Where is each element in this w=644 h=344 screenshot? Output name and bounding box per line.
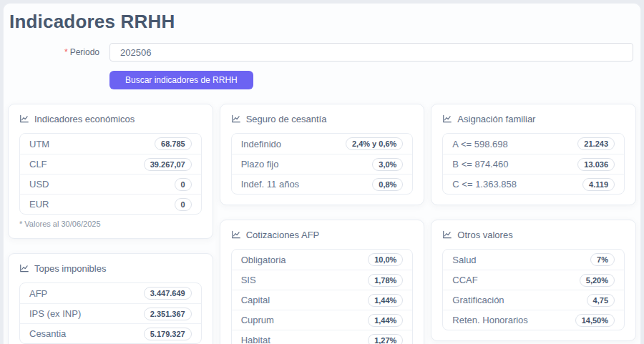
period-label-text: Periodo — [70, 47, 99, 57]
row-value-badge: 1,78% — [368, 274, 403, 287]
table-row: CCAF 5,20% — [443, 270, 624, 290]
cards-grid: Indicadores económicos UTM 68.785 CLF 39… — [8, 104, 636, 344]
chart-line-icon — [19, 114, 29, 124]
cards-column-1: Indicadores económicos UTM 68.785 CLF 39… — [8, 104, 213, 344]
row-label: Cesantia — [29, 328, 66, 339]
main-panel: Indicadores RRHH *Periodo Buscar indicad… — [3, 3, 641, 344]
row-value-badge: 3.447.649 — [144, 287, 192, 300]
row-label: AFP — [29, 288, 47, 299]
row-label: Salud — [452, 255, 476, 265]
chart-line-icon — [231, 114, 241, 124]
chart-line-icon — [19, 263, 29, 273]
table-row: EUR 0 — [20, 194, 201, 214]
row-label: Capital — [241, 295, 270, 305]
row-value-badge: 5.179.327 — [144, 328, 192, 340]
period-input[interactable] — [109, 43, 633, 62]
table-row: SIS 1,78% — [232, 270, 413, 290]
table-row: Cuprum 1,44% — [232, 310, 413, 330]
row-value-badge: 2,4% y 0,6% — [346, 137, 403, 150]
period-label: *Periodo — [8, 47, 109, 57]
row-value-badge: 1,44% — [368, 294, 403, 307]
row-label: Obligatoria — [241, 255, 286, 265]
row-value-badge: 14,50% — [575, 314, 615, 327]
table-row: CLF 39.267,07 — [20, 154, 201, 174]
row-value-badge: 39.267,07 — [144, 158, 192, 171]
card-footnote: * Valores al 30/06/2025 — [19, 220, 202, 228]
indicator-card: Topes imponibles AFP 3.447.649 IPS (ex I… — [8, 253, 213, 344]
row-value-badge: 1,27% — [368, 334, 403, 344]
period-form-row: *Periodo — [8, 43, 636, 62]
table-row: A <= 598.698 21.243 — [443, 134, 624, 154]
row-label: A <= 598.698 — [452, 139, 507, 149]
search-indicators-button[interactable]: Buscar indicadores de RRHH — [109, 71, 253, 89]
table-row: USD 0 — [20, 174, 201, 194]
row-value-badge: 0,8% — [372, 178, 403, 191]
row-label: C <= 1.363.858 — [452, 179, 517, 190]
row-label: B <= 874.460 — [452, 159, 508, 169]
chart-line-icon — [231, 230, 241, 240]
row-value-badge: 1,44% — [368, 314, 403, 327]
indicator-card: Indicadores económicos UTM 68.785 CLF 39… — [8, 104, 213, 239]
row-label: Indef. 11 años — [241, 179, 299, 190]
row-value-badge: 13.036 — [577, 158, 615, 171]
row-label: Cuprum — [241, 315, 274, 325]
row-value-badge: 0 — [175, 178, 192, 191]
row-label: SIS — [241, 275, 256, 285]
table-row: Indefinido 2,4% y 0,6% — [232, 134, 413, 154]
card-title: Cotizaciones AFP — [246, 230, 320, 240]
row-value-badge: 68.785 — [155, 137, 192, 150]
card-title: Seguro de cesantía — [246, 114, 327, 124]
row-label: IPS (ex INP) — [29, 308, 81, 319]
row-label: Gratificación — [452, 295, 504, 305]
indicator-card: Asignación familiar A <= 598.698 21.243 … — [431, 104, 636, 205]
table-row: Gratificación 4,75 — [443, 290, 624, 310]
indicator-table: Indefinido 2,4% y 0,6% Plazo fijo 3,0% I… — [231, 133, 414, 195]
card-title: Otros valores — [457, 230, 512, 240]
row-value-badge: 21.243 — [577, 137, 615, 150]
row-label: Habitat — [241, 335, 270, 344]
indicator-card: Seguro de cesantía Indefinido 2,4% y 0,6… — [220, 104, 425, 205]
card-title: Topes imponibles — [34, 263, 106, 274]
indicator-table: UTM 68.785 CLF 39.267,07 USD 0 EUR 0 — [19, 133, 202, 215]
table-row: Salud 7% — [443, 250, 624, 270]
row-label: CCAF — [452, 275, 477, 285]
table-row: Indef. 11 años 0,8% — [232, 174, 413, 194]
table-row: Obligatoria 10,0% — [232, 250, 413, 270]
row-label: CLF — [29, 159, 47, 169]
indicator-card: Cotizaciones AFP Obligatoria 10,0% SIS 1… — [220, 220, 425, 344]
button-row: Buscar indicadores de RRHH — [109, 71, 636, 89]
indicator-table: A <= 598.698 21.243 B <= 874.460 13.036 … — [442, 133, 625, 195]
row-value-badge: 4,75 — [587, 294, 615, 307]
indicator-table: Obligatoria 10,0% SIS 1,78% Capital 1,44… — [231, 249, 414, 344]
table-row: Plazo fijo 3,0% — [232, 154, 413, 174]
table-row: C <= 1.363.858 4.119 — [443, 174, 624, 194]
indicator-card: Otros valores Salud 7% CCAF 5,20% Gratif… — [431, 220, 636, 341]
table-row: B <= 874.460 13.036 — [443, 154, 624, 174]
row-label: UTM — [29, 139, 49, 149]
row-label: Reten. Honorarios — [452, 315, 528, 325]
table-row: Reten. Honorarios 14,50% — [443, 310, 624, 330]
row-value-badge: 5,20% — [580, 274, 615, 287]
indicator-table: Salud 7% CCAF 5,20% Gratificación 4,75 R… — [442, 249, 625, 330]
cards-column-3: Asignación familiar A <= 598.698 21.243 … — [431, 104, 636, 344]
row-value-badge: 10,0% — [368, 253, 403, 266]
table-row: Capital 1,44% — [232, 290, 413, 310]
card-title: Indicadores económicos — [34, 114, 135, 124]
row-label: EUR — [29, 199, 49, 210]
chart-line-icon — [442, 114, 452, 124]
row-value-badge: 7% — [590, 253, 615, 266]
table-row: IPS (ex INP) 2.351.367 — [20, 303, 201, 323]
row-value-badge: 0 — [175, 198, 192, 211]
page-title: Indicadores RRHH — [9, 11, 636, 33]
table-row: UTM 68.785 — [20, 134, 201, 154]
table-row: Habitat 1,27% — [232, 330, 413, 344]
table-row: Cesantia 5.179.327 — [20, 323, 201, 343]
row-value-badge: 2.351.367 — [144, 308, 192, 320]
row-label: Indefinido — [241, 139, 281, 149]
row-label: USD — [29, 179, 49, 190]
row-value-badge: 3,0% — [372, 158, 403, 171]
table-row: AFP 3.447.649 — [20, 283, 201, 303]
cards-column-2: Seguro de cesantía Indefinido 2,4% y 0,6… — [220, 104, 425, 344]
row-value-badge: 4.119 — [582, 178, 615, 191]
indicator-table: AFP 3.447.649 IPS (ex INP) 2.351.367 Ces… — [19, 282, 202, 344]
